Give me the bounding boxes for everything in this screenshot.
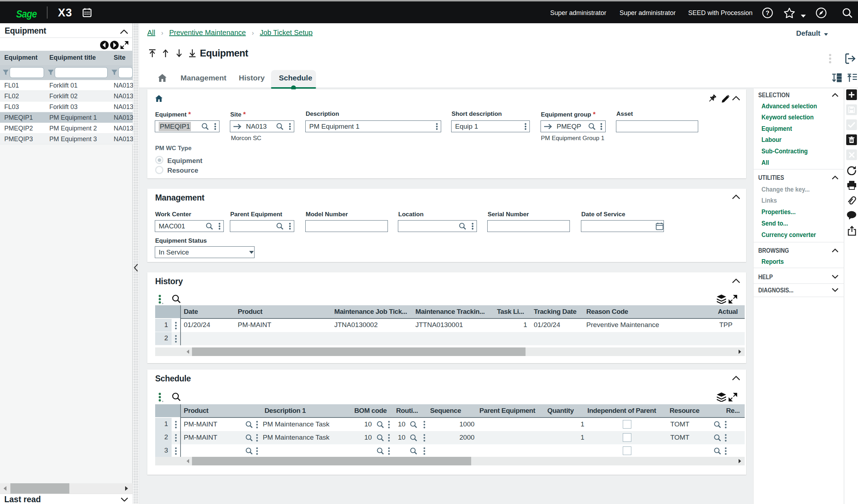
svg-text:?: ? bbox=[766, 10, 769, 16]
